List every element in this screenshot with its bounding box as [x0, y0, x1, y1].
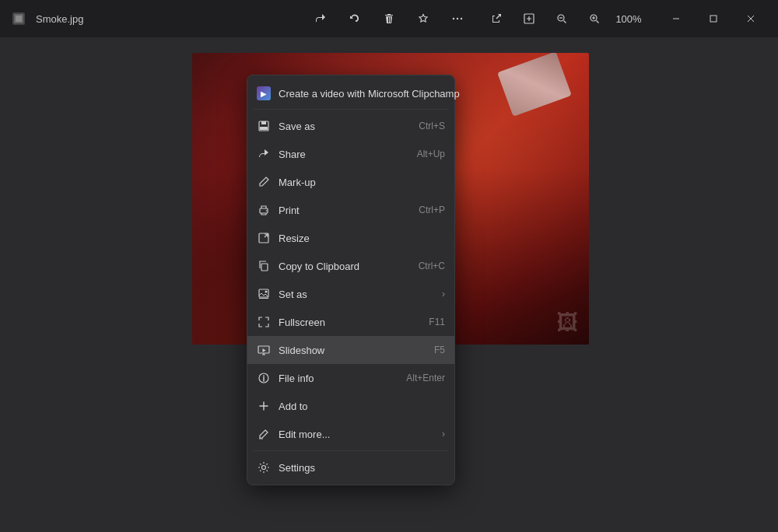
- svg-point-3: [453, 18, 454, 19]
- menu-item-fullscreen[interactable]: Fullscreen F11: [247, 308, 454, 336]
- external-link-button[interactable]: [482, 6, 510, 31]
- fit-window-button[interactable]: [515, 6, 543, 31]
- menu-item-resize[interactable]: Resize: [247, 224, 454, 252]
- menu-label-print: Print: [279, 205, 411, 216]
- titlebar-left: Smoke.jpg: [9, 9, 83, 28]
- menu-item-markup[interactable]: Mark-up: [247, 168, 454, 196]
- print-icon: [257, 203, 271, 217]
- menu-shortcut-fullscreen: F11: [429, 317, 445, 327]
- menu-item-slideshow[interactable]: Slideshow F5: [247, 336, 454, 364]
- slideshow-icon: [257, 343, 271, 357]
- menu-label-add-to: Add to: [279, 401, 445, 412]
- more-toolbar-button[interactable]: [443, 5, 471, 33]
- delete-toolbar-button[interactable]: [375, 5, 403, 33]
- svg-rect-11: [261, 121, 266, 124]
- favorite-toolbar-button[interactable]: [409, 5, 437, 33]
- menu-item-edit-more[interactable]: Edit more... ›: [247, 420, 454, 448]
- right-panel: [589, 37, 778, 532]
- svg-point-14: [266, 210, 268, 212]
- save-icon: [257, 119, 271, 133]
- zoom-out-button[interactable]: [548, 6, 576, 31]
- titlebar-toolbar: [307, 5, 471, 33]
- svg-point-4: [457, 18, 458, 19]
- menu-label-resize: Resize: [279, 233, 445, 244]
- zoom-level-display: 100%: [613, 13, 644, 25]
- menu-shortcut-share: Alt+Up: [417, 149, 445, 159]
- menu-item-settings[interactable]: Settings: [247, 453, 454, 481]
- menu-shortcut-slideshow: F5: [434, 345, 445, 355]
- menu-label-save-as: Save as: [279, 121, 411, 132]
- svg-point-5: [461, 18, 462, 19]
- menu-label-edit-more: Edit more...: [279, 429, 434, 440]
- menu-item-file-info[interactable]: File info Alt+Enter: [247, 364, 454, 392]
- rotate-toolbar-button[interactable]: [341, 5, 369, 33]
- svg-rect-16: [261, 264, 268, 271]
- menu-label-slideshow: Slideshow: [279, 345, 426, 356]
- menu-item-copy-clipboard[interactable]: Copy to Clipboard Ctrl+C: [247, 252, 454, 280]
- titlebar: Smoke.jpg: [0, 0, 778, 37]
- menu-item-save-as[interactable]: Save as Ctrl+S: [247, 112, 454, 140]
- menu-label-file-info: File info: [279, 373, 398, 384]
- share-icon: [257, 147, 271, 161]
- menu-item-print[interactable]: Print Ctrl+P: [247, 196, 454, 224]
- window-title: Smoke.jpg: [36, 13, 83, 25]
- menu-shortcut-file-info: Alt+Enter: [406, 373, 445, 383]
- svg-rect-9: [710, 16, 717, 22]
- settings-icon: [257, 460, 271, 474]
- menu-label-share: Share: [279, 149, 409, 160]
- clipchamp-icon: ▶: [257, 86, 271, 100]
- fullscreen-icon: [257, 315, 271, 329]
- menu-label-set-as: Set as: [279, 289, 434, 300]
- menu-shortcut-copy: Ctrl+C: [419, 261, 445, 271]
- resize-icon: [257, 231, 271, 245]
- markup-icon: [257, 175, 271, 189]
- menu-divider-2: [254, 450, 448, 451]
- image-watermark: 🖼: [556, 310, 578, 335]
- info-icon: [257, 371, 271, 385]
- share-toolbar-button[interactable]: [307, 5, 335, 33]
- minimize-button[interactable]: [658, 5, 694, 33]
- menu-divider-1: [254, 109, 448, 110]
- menu-item-set-as[interactable]: Set as ›: [247, 280, 454, 308]
- menu-item-share[interactable]: Share Alt+Up: [247, 140, 454, 168]
- edit-more-arrow-icon: ›: [442, 429, 445, 439]
- menu-label-clipchamp: Create a video with Microsoft Clipchamp: [279, 88, 460, 100]
- svg-rect-2: [16, 16, 22, 22]
- svg-rect-19: [259, 298, 268, 299]
- svg-point-18: [265, 291, 268, 293]
- menu-label-markup: Mark-up: [279, 177, 445, 188]
- menu-item-add-to[interactable]: Add to: [247, 392, 454, 420]
- menu-label-fullscreen: Fullscreen: [279, 317, 421, 328]
- setwallpaper-icon: [257, 287, 271, 301]
- svg-rect-12: [260, 127, 268, 130]
- main-content: 🖼 ▶ Create a video with Microsoft Clipch…: [0, 37, 778, 532]
- set-as-arrow-icon: ›: [442, 289, 445, 299]
- menu-shortcut-save-as: Ctrl+S: [419, 121, 445, 131]
- edit-more-icon: [257, 427, 271, 441]
- close-button[interactable]: [733, 5, 769, 33]
- menu-shortcut-print: Ctrl+P: [419, 205, 445, 215]
- menu-label-settings: Settings: [279, 462, 445, 474]
- context-menu: ▶ Create a video with Microsoft Clipcham…: [247, 75, 455, 485]
- menu-label-copy-clipboard: Copy to Clipboard: [279, 261, 411, 272]
- left-panel: [0, 37, 192, 532]
- zoom-in-button[interactable]: [580, 6, 608, 31]
- svg-point-22: [262, 466, 266, 470]
- menu-item-clipchamp[interactable]: ▶ Create a video with Microsoft Clipcham…: [247, 79, 454, 107]
- window-controls: 100%: [482, 5, 769, 33]
- copy-icon: [257, 259, 271, 273]
- maximize-button[interactable]: [696, 5, 731, 33]
- app-icon: [9, 9, 28, 28]
- add-icon: [257, 399, 271, 413]
